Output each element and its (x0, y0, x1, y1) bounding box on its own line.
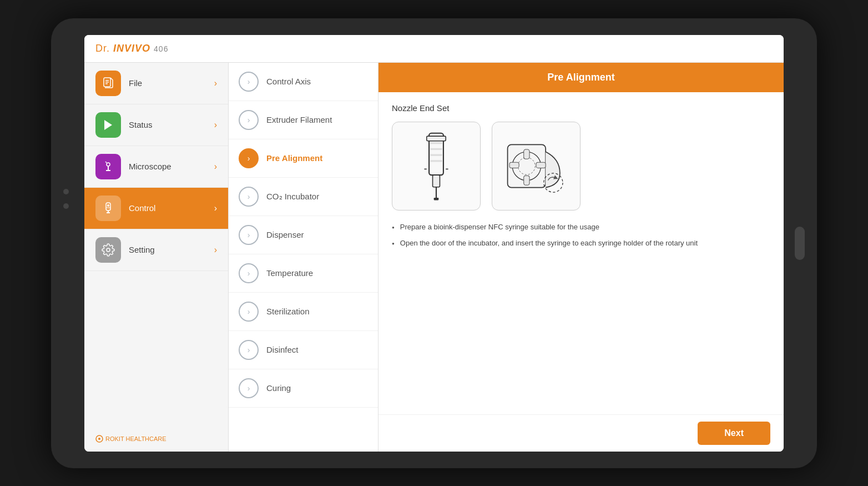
chevron-microscope: › (214, 162, 217, 172)
rotary-image (492, 122, 581, 211)
file-icon-box (95, 71, 121, 96)
control-icon (102, 202, 115, 215)
submenu-label-disinfect: Disinfect (266, 345, 299, 354)
svg-rect-23 (430, 142, 442, 143)
svg-point-17 (98, 438, 100, 440)
submenu-icon-temperature: › (239, 263, 259, 283)
svg-rect-35 (536, 162, 546, 168)
bullet-text-1: Prepare a bioink-dispenser NFC syringe s… (400, 222, 599, 233)
submenu-item-extruder-filament[interactable]: › Extruder Filament (229, 101, 378, 139)
sidebar-label-setting: Setting (129, 245, 214, 254)
svg-rect-32 (524, 149, 529, 159)
device-screen: Dr. INVIVO 406 (84, 35, 784, 452)
submenu-label-curing: Curing (266, 383, 291, 393)
nozzle-images-row (392, 122, 770, 211)
submenu-label-co2: CO₂ Incubator (266, 192, 319, 202)
submenu-label-sterilization: Sterilization (266, 307, 310, 316)
bullet-list: Prepare a bioink-dispenser NFC syringe s… (392, 222, 770, 249)
content-header: Pre Alignment (379, 63, 784, 92)
submenu-label-pre-alignment: Pre Alignment (266, 153, 322, 163)
submenu-icon-extruder: › (239, 110, 259, 130)
submenu-item-dispenser[interactable]: › Dispenser (229, 216, 378, 254)
svg-rect-3 (105, 83, 108, 84)
bullet-item-1: Prepare a bioink-dispenser NFC syringe s… (392, 222, 770, 233)
bullet-item-2: Open the door of the incubator, and inse… (392, 238, 770, 249)
svg-point-15 (107, 248, 110, 252)
status-icon-box (95, 112, 121, 138)
chevron-setting: › (214, 245, 217, 255)
syringe-image (392, 122, 481, 211)
content-header-title: Pre Alignment (547, 72, 614, 83)
rokit-logo-icon (95, 435, 103, 443)
chevron-file: › (214, 78, 217, 88)
section-title: Nozzle End Set (392, 103, 770, 113)
svg-rect-34 (509, 162, 519, 168)
rokit-logo: ROKIT HEALTHCARE (95, 435, 166, 443)
device-frame: Dr. INVIVO 406 (51, 18, 817, 468)
status-icon (102, 118, 115, 132)
sidebar-item-microscope[interactable]: Microscope › (84, 146, 228, 188)
title-bar: Dr. INVIVO 406 (84, 35, 784, 63)
svg-marker-4 (104, 120, 112, 130)
submenu-icon-co2: › (239, 187, 259, 207)
submenu-icon-curing: › (239, 378, 259, 398)
svg-point-5 (107, 163, 110, 166)
main-layout: File › Status › (84, 63, 784, 452)
sidebar-item-setting[interactable]: Setting › (84, 229, 228, 271)
sidebar: File › Status › (84, 63, 229, 452)
title-invivo: INVIVO (113, 43, 150, 54)
microscope-icon (102, 160, 115, 173)
content-body: Nozzle End Set (379, 92, 784, 414)
submenu-item-sterilization[interactable]: › Sterilization (229, 293, 378, 331)
submenu-label-extruder: Extruder Filament (266, 115, 332, 124)
next-button[interactable]: Next (698, 422, 770, 445)
camera-dots (63, 189, 69, 209)
submenu-icon-control-axis: › (239, 72, 259, 92)
svg-rect-20 (433, 175, 440, 187)
submenu-icon-pre-alignment: › (239, 148, 259, 168)
bullet-text-2: Open the door of the incubator, and inse… (400, 238, 698, 249)
chevron-status: › (214, 120, 217, 130)
submenu-item-co2-incubator[interactable]: › CO₂ Incubator (229, 178, 378, 216)
svg-rect-19 (427, 136, 446, 141)
setting-icon (102, 243, 115, 257)
camera-dot-1 (63, 189, 69, 194)
submenu-item-disinfect[interactable]: › Disinfect (229, 331, 378, 369)
content-panel: Pre Alignment Nozzle End Set (379, 63, 784, 452)
submenu-item-temperature[interactable]: › Temperature (229, 254, 378, 293)
svg-rect-25 (430, 154, 442, 156)
svg-rect-1 (105, 80, 109, 81)
submenu-label-control-axis: Control Axis (266, 77, 311, 86)
syringe-svg (403, 127, 470, 205)
title-model: 406 (154, 44, 168, 53)
app-title: Dr. INVIVO 406 (95, 43, 168, 54)
submenu-icon-sterilization: › (239, 302, 259, 322)
sidebar-label-control: Control (129, 203, 214, 213)
svg-line-9 (105, 162, 107, 163)
content-footer: Next (379, 414, 784, 452)
svg-point-13 (107, 204, 109, 207)
submenu-item-pre-alignment[interactable]: › Pre Alignment (229, 139, 378, 178)
sidebar-item-status[interactable]: Status › (84, 104, 228, 146)
title-dr: Dr. (95, 43, 110, 54)
svg-rect-2 (105, 82, 109, 83)
submenu-icon-dispenser: › (239, 225, 259, 245)
side-button[interactable] (795, 227, 805, 260)
submenu-item-control-axis[interactable]: › Control Axis (229, 63, 378, 101)
sidebar-item-control[interactable]: Control › (84, 188, 228, 229)
setting-icon-box (95, 237, 121, 263)
chevron-control: › (214, 203, 217, 213)
sidebar-label-file: File (129, 78, 214, 88)
microscope-icon-box (95, 154, 121, 179)
rokit-brand-text: ROKIT HEALTHCARE (105, 435, 166, 442)
submenu-label-temperature: Temperature (266, 268, 313, 278)
sidebar-item-file[interactable]: File › (84, 63, 228, 104)
sidebar-label-status: Status (129, 120, 214, 129)
submenu-item-curing[interactable]: › Curing (229, 369, 378, 408)
camera-dot-2 (63, 203, 69, 209)
sidebar-footer: ROKIT HEALTHCARE (84, 426, 228, 452)
svg-rect-26 (430, 160, 442, 162)
sidebar-label-microscope: Microscope (129, 162, 214, 171)
svg-rect-24 (430, 148, 442, 149)
submenu-label-dispenser: Dispenser (266, 230, 304, 239)
